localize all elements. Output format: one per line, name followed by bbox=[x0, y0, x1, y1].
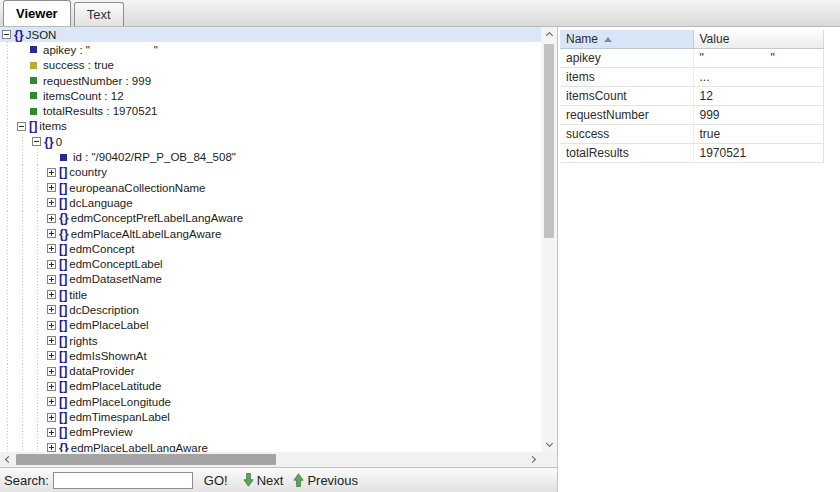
array-icon: [] bbox=[59, 288, 67, 302]
tree-indent-guide bbox=[32, 333, 47, 348]
tree-node-title[interactable]: []title bbox=[0, 287, 541, 302]
properties-grid: Name Value apikey" "items...itemsCount12… bbox=[560, 30, 824, 163]
string-bullet-icon bbox=[60, 154, 67, 161]
tree-indent-guide bbox=[17, 348, 32, 363]
tree-leaf-text: requestNumber : 999 bbox=[43, 75, 151, 87]
collapse-icon[interactable] bbox=[2, 30, 11, 39]
expand-icon[interactable] bbox=[47, 260, 56, 269]
tree-node-success[interactable]: success : true bbox=[0, 58, 541, 73]
expand-icon[interactable] bbox=[47, 336, 56, 345]
next-button[interactable]: Next bbox=[257, 473, 284, 488]
tree-node-edmPlaceLabel[interactable]: []edmPlaceLabel bbox=[0, 318, 541, 333]
tree-indent-guide bbox=[17, 180, 32, 195]
expand-icon[interactable] bbox=[47, 168, 56, 177]
expand-icon[interactable] bbox=[47, 321, 56, 330]
tree-horizontal-scrollbar[interactable] bbox=[0, 452, 541, 467]
expand-icon[interactable] bbox=[47, 275, 56, 284]
tree-node-edmConcept[interactable]: []edmConcept bbox=[0, 241, 541, 256]
tree-node-edmPreview[interactable]: []edmPreview bbox=[0, 425, 541, 440]
name-cell: apikey bbox=[560, 48, 693, 67]
tree-indent-guide bbox=[17, 364, 32, 379]
expand-icon[interactable] bbox=[47, 351, 56, 360]
table-row[interactable]: itemsCount12 bbox=[560, 86, 823, 105]
tree-node-totalResults[interactable]: totalResults : 1970521 bbox=[0, 103, 541, 118]
tree-node-edmPlaceLongitude[interactable]: []edmPlaceLongitude bbox=[0, 394, 541, 409]
expand-icon[interactable] bbox=[47, 229, 56, 238]
tree-node-europeanaCollectionName[interactable]: []europeanaCollectionName bbox=[0, 180, 541, 195]
tree-node-edmConceptLabel[interactable]: []edmConceptLabel bbox=[0, 256, 541, 271]
scroll-down-icon[interactable] bbox=[541, 437, 557, 452]
tree-leaf-text: apikey : " " bbox=[43, 44, 158, 56]
previous-arrow-icon[interactable] bbox=[293, 473, 304, 487]
tree-node-country[interactable]: []country bbox=[0, 165, 541, 180]
tree-node-itemsCount[interactable]: itemsCount : 12 bbox=[0, 88, 541, 103]
tree-node-edmPlaceLatitude[interactable]: []edmPlaceLatitude bbox=[0, 379, 541, 394]
value-cell: 12 bbox=[693, 86, 823, 105]
table-row[interactable]: successtrue bbox=[560, 124, 823, 143]
scroll-left-icon[interactable] bbox=[0, 452, 15, 467]
scroll-up-icon[interactable] bbox=[541, 27, 557, 42]
expand-icon[interactable] bbox=[47, 214, 56, 223]
tree-node-dataProvider[interactable]: []dataProvider bbox=[0, 364, 541, 379]
expand-icon[interactable] bbox=[47, 382, 56, 391]
expand-icon[interactable] bbox=[47, 413, 56, 422]
expand-icon[interactable] bbox=[47, 428, 56, 437]
column-header-name[interactable]: Name bbox=[560, 30, 693, 48]
tree-node-edmTimespanLabel[interactable]: []edmTimespanLabel bbox=[0, 409, 541, 424]
tree-node-edmConceptPrefLabelLangAware[interactable]: {}edmConceptPrefLabelLangAware bbox=[0, 211, 541, 226]
go-button[interactable]: GO! bbox=[204, 473, 228, 488]
tab-text[interactable]: Text bbox=[74, 2, 124, 26]
collapse-icon[interactable] bbox=[32, 137, 41, 146]
tree-node-dcLanguage[interactable]: []dcLanguage bbox=[0, 195, 541, 210]
tree-indent-guide bbox=[32, 440, 47, 452]
tree-node-items[interactable]: []items bbox=[0, 119, 541, 134]
vertical-scrollbar-thumb[interactable] bbox=[544, 44, 554, 238]
collapse-icon[interactable] bbox=[17, 122, 26, 131]
tree-vertical-scrollbar[interactable] bbox=[541, 27, 557, 452]
array-icon: [] bbox=[59, 257, 67, 271]
tree-indent-guide bbox=[2, 165, 17, 180]
value-cell: " " bbox=[693, 48, 823, 67]
table-row[interactable]: totalResults1970521 bbox=[560, 143, 823, 162]
expand-icon[interactable] bbox=[47, 367, 56, 376]
tree-node-edmIsShownAt[interactable]: []edmIsShownAt bbox=[0, 348, 541, 363]
object-icon: {} bbox=[14, 28, 24, 42]
array-icon: [] bbox=[59, 272, 67, 286]
previous-button[interactable]: Previous bbox=[307, 473, 358, 488]
tab-viewer[interactable]: Viewer bbox=[3, 0, 71, 26]
tree-indent-guide bbox=[32, 272, 47, 287]
scroll-right-icon[interactable] bbox=[526, 452, 541, 467]
tree-node-rights[interactable]: []rights bbox=[0, 333, 541, 348]
tree-node-dcDescription[interactable]: []dcDescription bbox=[0, 302, 541, 317]
boolean-bullet-icon bbox=[30, 62, 37, 69]
tree-indent-guide bbox=[2, 425, 17, 440]
expand-icon[interactable] bbox=[47, 305, 56, 314]
expand-icon[interactable] bbox=[47, 198, 56, 207]
tree-node-JSON[interactable]: {}JSON bbox=[0, 27, 541, 42]
table-row[interactable]: items... bbox=[560, 67, 823, 86]
expand-icon[interactable] bbox=[47, 244, 56, 253]
expand-icon[interactable] bbox=[47, 290, 56, 299]
chevron-up-icon bbox=[545, 32, 552, 39]
horizontal-scrollbar-thumb[interactable] bbox=[16, 454, 276, 465]
tree-node-0[interactable]: {}0 bbox=[0, 134, 541, 149]
expand-icon[interactable] bbox=[47, 397, 56, 406]
tree-node-requestNumber[interactable]: requestNumber : 999 bbox=[0, 73, 541, 88]
tree-indent-guide bbox=[2, 348, 17, 363]
table-row[interactable]: apikey" " bbox=[560, 48, 823, 67]
expand-icon[interactable] bbox=[47, 443, 56, 452]
tree-node-apikey[interactable]: apikey : " " bbox=[0, 42, 541, 57]
tree-node-edmDatasetName[interactable]: []edmDatasetName bbox=[0, 272, 541, 287]
tree-indent-guide bbox=[17, 302, 32, 317]
search-input[interactable] bbox=[53, 472, 193, 489]
table-row[interactable]: requestNumber999 bbox=[560, 105, 823, 124]
tree-indent-guide bbox=[32, 226, 47, 241]
tree-node-edmPlaceLabelLangAware[interactable]: {}edmPlaceLabelLangAware bbox=[0, 440, 541, 452]
name-cell: items bbox=[560, 67, 693, 86]
expand-icon[interactable] bbox=[47, 183, 56, 192]
tree-node-edmPlaceAltLabelLangAware[interactable]: {}edmPlaceAltLabelLangAware bbox=[0, 226, 541, 241]
tree-node-label: europeanaCollectionName bbox=[69, 182, 205, 194]
next-arrow-icon[interactable] bbox=[243, 473, 254, 487]
tree-node-id[interactable]: id : "/90402/RP_P_OB_84_508" bbox=[0, 149, 541, 164]
column-header-value[interactable]: Value bbox=[693, 30, 823, 48]
